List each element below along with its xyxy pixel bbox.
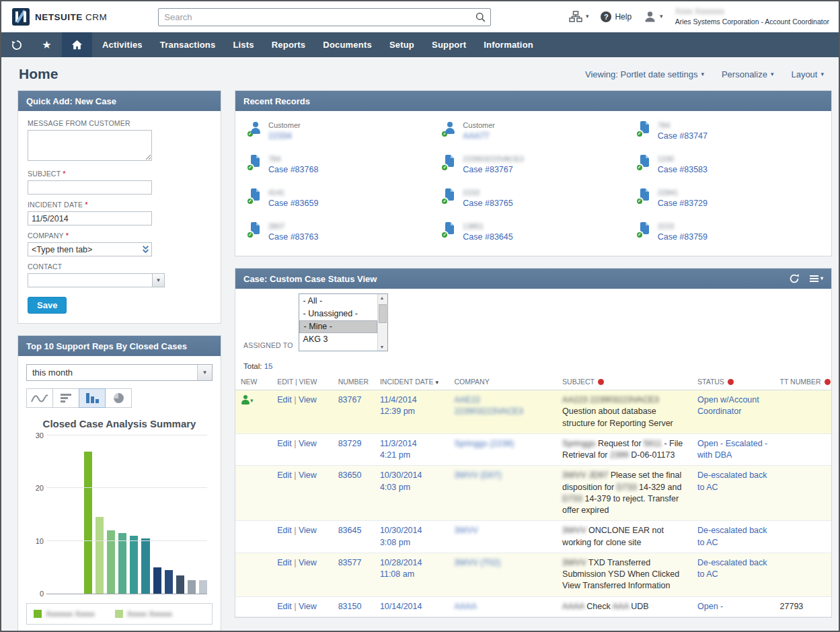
number-column-label[interactable]: NUMBER bbox=[333, 374, 375, 390]
period-select[interactable]: this month bbox=[26, 364, 213, 381]
help-menu[interactable]: ? Help bbox=[601, 11, 632, 22]
layout-label: Layout bbox=[791, 69, 817, 79]
record-link[interactable]: Case #83645 bbox=[463, 232, 512, 242]
edit-link[interactable]: Edit bbox=[277, 395, 292, 405]
case-number-link[interactable]: 83729 bbox=[338, 439, 362, 448]
pie-glyph bbox=[114, 393, 124, 403]
company-link[interactable]: 223903223VACE3 bbox=[454, 406, 551, 417]
record-link[interactable]: Case #83765 bbox=[463, 198, 512, 209]
view-link[interactable]: View bbox=[299, 602, 317, 611]
line-chart-icon[interactable] bbox=[26, 388, 53, 408]
company-link[interactable]: 3WVV (T02) bbox=[454, 557, 551, 569]
case-number-link[interactable]: 83767 bbox=[338, 395, 362, 405]
new-case-indicator[interactable] bbox=[241, 395, 254, 405]
double-chevron-down-icon[interactable] bbox=[142, 245, 149, 254]
layout-menu[interactable]: Layout bbox=[791, 69, 824, 79]
edit-link[interactable]: Edit bbox=[277, 439, 292, 448]
message-input[interactable] bbox=[28, 130, 152, 161]
case-number-link[interactable]: 83645 bbox=[338, 526, 362, 535]
view-link[interactable]: View bbox=[299, 439, 317, 448]
top-reps-header[interactable]: Top 10 Support Reps By Closed Cases bbox=[18, 336, 221, 356]
tt-number-column[interactable]: TT NUMBER bbox=[775, 374, 831, 390]
edit-link[interactable]: Edit bbox=[277, 558, 292, 567]
favorites-star-icon[interactable] bbox=[32, 32, 62, 57]
assigned-option[interactable]: - Unassigned - bbox=[299, 308, 377, 320]
subject-text: 2399 bbox=[610, 450, 631, 460]
assigned-option[interactable]: - All - bbox=[299, 295, 377, 308]
record-link[interactable]: Case #83768 bbox=[268, 164, 318, 175]
subject-input[interactable] bbox=[28, 180, 152, 195]
nav-item-activities[interactable]: Activities bbox=[93, 32, 151, 57]
incident-date-column[interactable]: INCIDENT DATE bbox=[375, 374, 449, 390]
check-badge-icon bbox=[636, 130, 644, 138]
recent-history-icon[interactable] bbox=[1, 32, 32, 57]
legend-swatch-icon bbox=[34, 610, 42, 618]
nav-item-information[interactable]: Information bbox=[475, 32, 542, 57]
case-number-link[interactable]: 83150 bbox=[338, 602, 362, 611]
listbox-scrollbar[interactable] bbox=[377, 294, 387, 351]
record-link[interactable]: Case #83583 bbox=[658, 164, 708, 175]
viewing-menu[interactable]: Viewing: Portlet date settings bbox=[585, 69, 704, 79]
home-icon[interactable] bbox=[62, 32, 92, 57]
company-input[interactable] bbox=[28, 242, 152, 256]
nav-item-transactions[interactable]: Transactions bbox=[151, 32, 225, 57]
recent-records-header[interactable]: Recent Records bbox=[235, 91, 831, 111]
view-link[interactable]: View bbox=[299, 470, 317, 480]
nav-item-support[interactable]: Support bbox=[423, 32, 475, 57]
company-link[interactable]: AAAA bbox=[454, 601, 551, 612]
record-link[interactable]: Case #83767 bbox=[463, 164, 523, 175]
company-link[interactable]: AAE22 bbox=[454, 394, 551, 406]
hbar-chart-icon[interactable] bbox=[52, 388, 79, 408]
pie-chart-icon[interactable] bbox=[105, 388, 132, 408]
portlet-menu-icon[interactable] bbox=[810, 275, 823, 282]
incident-date: 10/14/2014 bbox=[380, 601, 443, 612]
edit-link[interactable]: Edit bbox=[277, 602, 292, 611]
edit-link[interactable]: Edit bbox=[277, 470, 292, 480]
assigned-to-listbox[interactable]: - All -- Unassigned -- Mine -AKG 3 bbox=[299, 293, 388, 351]
nav-item-setup[interactable]: Setup bbox=[381, 32, 423, 57]
subject-column[interactable]: SUBJECT bbox=[557, 374, 692, 390]
user-menu[interactable] bbox=[644, 10, 663, 23]
vbar-chart-icon[interactable] bbox=[79, 388, 106, 408]
assigned-option[interactable]: - Mine - bbox=[299, 320, 377, 333]
company-link[interactable]: 3WVV (D07) bbox=[454, 470, 551, 481]
assigned-option[interactable]: AKG 3 bbox=[299, 333, 377, 346]
nav-item-lists[interactable]: Lists bbox=[224, 32, 262, 57]
record-link[interactable]: AAA77 bbox=[463, 131, 495, 141]
company-link[interactable]: 3WVV bbox=[454, 525, 551, 536]
required-marker: * bbox=[85, 201, 87, 209]
refresh-icon[interactable] bbox=[789, 273, 800, 284]
record-link[interactable]: Case #83659 bbox=[268, 198, 318, 209]
alert-icon bbox=[825, 379, 831, 385]
view-link[interactable]: View bbox=[299, 558, 317, 567]
search-icon[interactable] bbox=[475, 11, 486, 23]
page-fold-icon bbox=[451, 188, 454, 192]
y-tick-label: 10 bbox=[28, 537, 44, 545]
record-link[interactable]: Case #83763 bbox=[268, 232, 318, 242]
case-tt-cell bbox=[775, 390, 831, 434]
record-link[interactable]: 22334 bbox=[268, 131, 301, 141]
personalize-menu[interactable]: Personalize bbox=[722, 69, 773, 79]
company-link[interactable]: Springgs (2238) bbox=[454, 438, 551, 450]
contact-dropdown-button[interactable] bbox=[152, 273, 165, 287]
case-number-link[interactable]: 83577 bbox=[338, 558, 362, 567]
edit-link[interactable]: Edit bbox=[277, 526, 292, 535]
record-link[interactable]: Case #83759 bbox=[658, 232, 708, 242]
save-button[interactable]: Save bbox=[28, 297, 67, 314]
case-number-link[interactable]: 83650 bbox=[338, 470, 362, 480]
contact-input[interactable] bbox=[28, 273, 152, 287]
status-column[interactable]: STATUS bbox=[692, 374, 775, 390]
sitemap-menu[interactable] bbox=[569, 11, 589, 22]
view-link[interactable]: View bbox=[299, 395, 317, 405]
scrollbar-thumb[interactable] bbox=[379, 304, 387, 323]
quick-add-header[interactable]: Quick Add: New Case bbox=[18, 91, 221, 111]
record-link[interactable]: Case #83747 bbox=[658, 131, 708, 141]
record-link[interactable]: Case #83729 bbox=[658, 198, 708, 209]
view-link[interactable]: View bbox=[299, 526, 317, 535]
incident-date-input[interactable] bbox=[28, 211, 152, 225]
company-column-label[interactable]: COMPANY bbox=[449, 374, 557, 390]
search-input[interactable] bbox=[158, 8, 491, 26]
nav-item-reports[interactable]: Reports bbox=[263, 32, 315, 57]
nav-item-documents[interactable]: Documents bbox=[314, 32, 381, 57]
netsuite-brand[interactable]: NETSUITE CRM bbox=[12, 8, 107, 26]
